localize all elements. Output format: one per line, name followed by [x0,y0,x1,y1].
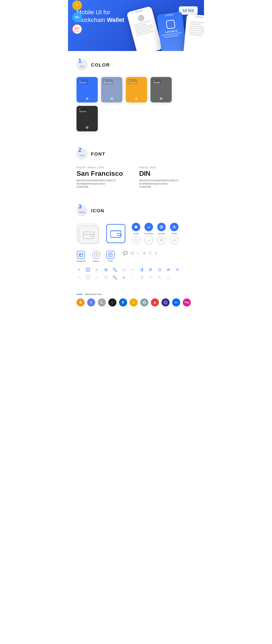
svg-point-14 [174,226,175,227]
misc-icons-row: 💬 ⊟ ☾ ● 🗨 ℹ [123,251,157,256]
font-section-title: FONT [91,151,106,157]
tool-maximize-inactive-icon: ⊡ [148,275,153,280]
crypto-icons-row: ₿ Ξ Ł D Z ▲ [76,298,196,306]
hero-section: Mobile UI for Blockchain Wallet UI Kit P… [68,0,204,51]
tool-icons-active-row: + ✓ ⊞ 🔍 ☆ ‹ ⇶ ⚙ ⊡ ⇌ ✕ [76,267,196,272]
wallet-wireframe-icon [83,230,94,239]
svg-point-15 [174,239,175,240]
tool-star-icon: ☆ [121,267,126,272]
color-swatch-1: #3574FA [76,77,98,102]
tool-chevron-left-icon: ‹ [130,267,135,272]
tool-chevron-inactive-icon: ‹ [130,275,135,280]
tool-grid-inactive-icon: ⊞ [103,275,108,280]
blockchain-line-decorator [76,294,83,294]
color-swatches: #3574FA #8DA0C8 #F5A623 #666666 #303030 [76,77,196,131]
bottom-nav-icons-row: Mangment History Order 💬 ⊟ ☾ ● 🗨 [76,251,196,262]
svg-rect-4 [83,232,94,234]
screens-badge: 60+ Screens [72,24,82,34]
color-swatch-4: #666666 [150,77,172,102]
icon-history: History [92,251,100,262]
tool-minus-icon [86,267,90,272]
svg-marker-8 [134,225,138,229]
icon-section: 3 THREE ICON [76,205,196,306]
crypto-blackcoin [108,298,116,306]
tool-info-inactive-icon: ⓘ [166,275,171,280]
nav-icon-profile: Profile [170,223,178,244]
svg-marker-30 [142,300,146,304]
tool-settings-icon: ⚙ [148,267,153,272]
svg-rect-6 [110,231,121,238]
color-section-title: COLOR [91,62,110,68]
tool-minus-inactive-icon [86,275,90,280]
misc-icon-info: ℹ [155,251,156,256]
crypto-avalanche: ▲ [151,298,159,306]
svg-marker-33 [164,302,166,304]
phone-mockup-1 [126,6,162,51]
misc-icon-comment: 🗨 [148,251,152,256]
svg-rect-3 [83,232,94,239]
icon-wireframe-container [76,224,100,244]
tool-close-icon: ✕ [175,267,180,272]
tool-swap-icon: ⇌ [166,267,171,272]
wallet-colored-icon [110,229,121,238]
tool-maximize-icon: ⊡ [157,267,162,272]
font-item-din: Medium · Bold DIN ABCDEFGHIJKLMNOPQRSTUV… [139,166,196,188]
icon-section-title: ICON [91,208,104,214]
icon-section-header: 3 THREE ICON [76,205,196,216]
blockchain-section: BlockChain Icon ₿ Ξ Ł D Z ▲ [76,293,196,306]
crypto-litecoin: Ł [98,298,106,306]
crypto-dash: D [119,298,127,306]
crypto-crystal [162,298,170,306]
phone-mockup-2: 6,297,502.12 [156,11,188,51]
icon-main-row: Assets ⇄ Exchange ⇄ Discover [76,223,196,244]
color-section-number: 1 ONE [76,60,88,70]
hero-tool-badges: Ps 60+ Screens [72,0,82,34]
svg-marker-9 [134,238,138,242]
misc-icon-chat: 💬 [123,251,128,256]
tool-search-inactive-icon: 🔍 [112,275,117,280]
font-section-number: 2 TWO [76,148,88,160]
icon-management: Mangment [76,251,86,262]
nav-icon-exchange: ⇄ Exchange ⇄ [144,223,153,244]
icon-section-number: 3 THREE [76,205,88,216]
crypto-zcash: Z [130,298,138,306]
tool-share-inactive-icon: ⇶ [139,275,144,280]
svg-marker-31 [143,302,145,304]
crypto-bitcoin: ₿ [76,298,84,306]
icon-colored-wallet [106,224,126,243]
misc-icon-layers: ⊟ [131,251,134,256]
svg-rect-5 [90,234,94,236]
nav-icons-group: Assets ⇄ Exchange ⇄ Discover [132,223,178,244]
blockchain-label-row: BlockChain Icon [76,293,196,296]
icon-order: Order [106,251,114,262]
main-content: 1 ONE COLOR #3574FA #8DA0C8 #F5A623 #666… [68,51,204,326]
color-swatch-5: #303030 [76,106,98,131]
crypto-grid [140,298,148,306]
color-section: 1 ONE COLOR #3574FA #8DA0C8 #F5A623 #666… [76,60,196,131]
tool-search-icon: 🔍 [112,267,117,272]
phone-mockups: 6,297,502.12 [106,2,204,51]
tool-grid-icon: ⊞ [103,267,108,272]
svg-rect-18 [80,255,81,256]
tool-plus-inactive-icon: + [76,275,82,280]
tool-icons-inactive-row: + ✓ ⊞ 🔍 ★ ‹ ⇶ ⊡ ✕ ⓘ [76,275,196,280]
phone-mockup-3 [183,14,204,51]
nav-icon-discover: Discover [157,223,166,244]
font-grid: Regular · Medium · Bold San Francisco AB… [76,166,196,188]
ps-badge: Ps [72,12,82,22]
svg-point-11 [161,226,162,228]
misc-icon-moon: ☾ [137,251,140,256]
tool-share-icon: ⇶ [139,267,144,272]
tool-check-inactive-icon: ✓ [94,275,100,280]
nav-icon-assets: Assets [132,223,140,244]
svg-rect-7 [118,233,120,236]
tool-check-icon: ✓ [94,267,100,272]
crypto-ethereum: Ξ [87,298,95,306]
tool-plus-icon: + [76,267,82,272]
font-section-header: 2 TWO FONT [76,148,196,160]
blockchain-label: BlockChain Icon [85,293,102,296]
color-section-header: 1 ONE COLOR [76,60,196,70]
crypto-waves [183,298,191,306]
color-swatch-2: #8DA0C8 [101,77,122,102]
svg-point-13 [161,240,162,241]
